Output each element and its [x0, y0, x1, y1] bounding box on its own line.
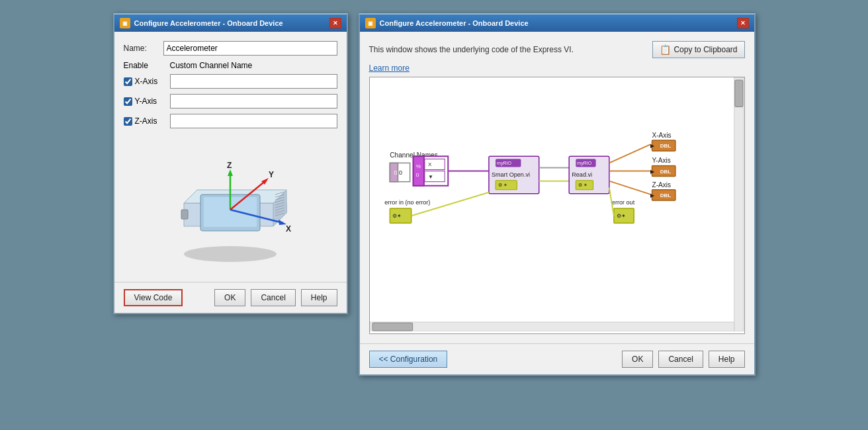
left-cancel-button[interactable]: Cancel	[251, 289, 295, 306]
svg-text:error out: error out	[611, 199, 634, 206]
svg-text:▶: ▶	[650, 169, 655, 175]
right-close-button[interactable]: ✕	[737, 18, 749, 28]
x-axis-input[interactable]	[170, 74, 337, 89]
right-title-text: Configure Accelerometer - Onboard Device	[380, 19, 529, 27]
svg-text:error in (no error): error in (no error)	[384, 199, 430, 206]
svg-text:▶: ▶	[650, 193, 655, 198]
headers-row: Enable Custom Channel Name	[124, 61, 337, 70]
svg-text:%: %	[415, 163, 420, 169]
svg-text:0: 0	[415, 172, 419, 178]
svg-text:DBL: DBL	[660, 169, 671, 175]
svg-marker-14	[228, 169, 233, 176]
left-title-icon: ▣	[120, 18, 130, 28]
svg-text:⚙ ✶: ⚙ ✶	[498, 183, 507, 187]
right-title-bar: ▣ Configure Accelerometer - Onboard Devi…	[360, 15, 754, 32]
svg-text:X: X	[427, 161, 431, 167]
y-axis-input[interactable]	[170, 94, 337, 108]
x-axis-row: X-Axis	[124, 74, 337, 89]
view-code-button[interactable]: View Code	[124, 289, 183, 306]
copy-to-clipboard-button[interactable]: 📋 Copy to Clipboard	[652, 41, 744, 58]
svg-text:DBL: DBL	[660, 193, 671, 198]
configuration-button[interactable]: << Configuration	[369, 351, 448, 368]
z-axis-label[interactable]: Z-Axis	[124, 116, 170, 126]
y-axis-row: Y-Axis	[124, 94, 337, 108]
left-ok-button[interactable]: OK	[214, 289, 245, 306]
name-label: Name:	[124, 44, 163, 53]
y-axis-checkbox[interactable]	[124, 97, 132, 106]
copy-icon: 📋	[660, 44, 671, 55]
z-axis-row: Z-Axis	[124, 114, 337, 128]
svg-text:X: X	[286, 224, 291, 234]
svg-text:0: 0	[398, 169, 402, 176]
right-ok-button[interactable]: OK	[622, 351, 653, 368]
learn-more-link[interactable]: Learn more	[369, 64, 745, 73]
svg-text:⚙ ✶: ⚙ ✶	[578, 183, 587, 187]
device-svg: Z Y X	[157, 147, 303, 266]
svg-line-55	[609, 181, 650, 194]
code-view-area[interactable]: Channel Names 0 0 % 0 X ▼	[369, 77, 745, 334]
svg-text:Y-Axis: Y-Axis	[652, 157, 670, 164]
svg-text:DBL: DBL	[660, 143, 671, 149]
svg-text:myRIO: myRIO	[577, 161, 591, 166]
svg-text:myRIO: myRIO	[497, 161, 511, 166]
info-bar: This window shows the underlying code of…	[369, 41, 745, 58]
y-axis-label[interactable]: Y-Axis	[124, 97, 170, 106]
svg-line-53	[609, 144, 650, 163]
right-button-bar: << Configuration OK Cancel Help	[360, 343, 754, 374]
left-button-bar: View Code OK Cancel Help	[114, 282, 347, 313]
channel-name-header: Custom Channel Name	[170, 61, 253, 70]
svg-text:▶: ▶	[650, 143, 655, 149]
svg-rect-75	[372, 323, 413, 331]
svg-text:Y: Y	[269, 170, 274, 179]
left-close-button[interactable]: ✕	[329, 18, 341, 28]
name-row: Name:	[124, 41, 337, 56]
info-text: This window shows the underlying code of…	[369, 45, 653, 54]
svg-text:⚙✶: ⚙✶	[616, 213, 625, 219]
svg-point-0	[184, 246, 277, 262]
svg-text:Smart Open.vi: Smart Open.vi	[491, 171, 529, 178]
svg-text:0: 0	[394, 169, 397, 176]
left-title-bar: ▣ Configure Accelerometer - Onboard Devi…	[114, 15, 347, 32]
copy-label: Copy to Clipboard	[673, 45, 737, 54]
svg-rect-27	[413, 156, 423, 185]
left-title-text: Configure Accelerometer - Onboard Device	[134, 19, 283, 27]
svg-text:Read.vi: Read.vi	[572, 171, 592, 178]
enable-header: Enable	[124, 61, 170, 70]
left-help-button[interactable]: Help	[301, 289, 337, 306]
svg-text:▼: ▼	[427, 174, 433, 180]
svg-rect-12	[181, 210, 188, 219]
z-axis-checkbox[interactable]	[124, 117, 132, 126]
svg-text:Z: Z	[227, 161, 232, 170]
svg-rect-72	[734, 77, 743, 331]
device-diagram: Z Y X	[124, 140, 337, 273]
svg-text:⚙✶: ⚙✶	[392, 213, 402, 219]
svg-text:X-Axis: X-Axis	[652, 132, 671, 139]
left-window-content: Name: Enable Custom Channel Name X-Axis …	[114, 32, 347, 282]
svg-rect-73	[734, 80, 742, 107]
right-help-button[interactable]: Help	[709, 351, 745, 368]
left-dialog: ▣ Configure Accelerometer - Onboard Devi…	[113, 13, 348, 314]
svg-rect-74	[370, 322, 734, 331]
name-input[interactable]	[163, 41, 337, 56]
x-axis-checkbox[interactable]	[124, 77, 132, 86]
right-dialog: ▣ Configure Accelerometer - Onboard Devi…	[359, 13, 756, 376]
right-title-icon: ▣	[365, 18, 376, 28]
x-axis-label[interactable]: X-Axis	[124, 77, 170, 86]
code-diagram-svg: Channel Names 0 0 % 0 X ▼	[370, 77, 744, 331]
right-window-content: This window shows the underlying code of…	[360, 32, 754, 343]
right-cancel-button[interactable]: Cancel	[658, 351, 703, 368]
svg-text:Z-Axis: Z-Axis	[652, 181, 671, 189]
z-axis-input[interactable]	[170, 114, 337, 128]
